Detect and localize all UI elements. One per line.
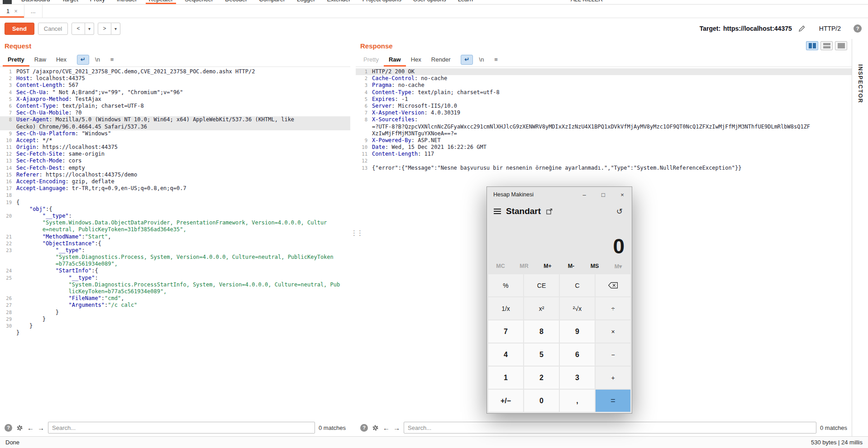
request-search-input[interactable]	[48, 422, 315, 434]
search-prev-icon[interactable]: ←	[383, 424, 390, 432]
history-forward-button[interactable]: >	[98, 23, 111, 35]
calc-button-digit-6[interactable]: 6	[560, 343, 595, 366]
calc-button-digit-5[interactable]: 5	[524, 343, 559, 366]
layout-rows-icon[interactable]	[820, 41, 833, 50]
editor-line: 5X-Ajaxpro-Method: TestAjax	[0, 96, 350, 103]
newline-toggle-icon[interactable]: \n	[475, 55, 487, 65]
panel-splitter[interactable]: ⋮⋮	[350, 39, 356, 436]
menu-item-logger[interactable]: Logger	[291, 0, 321, 4]
help-icon[interactable]: ?	[854, 24, 862, 33]
wrap-lines-icon[interactable]: ↵	[77, 55, 89, 65]
memory-button-ms[interactable]: MS	[583, 263, 606, 269]
history-forward-group: > ▾	[98, 23, 120, 35]
close-tab-icon[interactable]: ×	[14, 8, 18, 14]
newline-toggle-icon[interactable]: \n	[91, 55, 104, 65]
menu-item-repeater[interactable]: Repeater	[143, 0, 179, 4]
search-next-icon[interactable]: →	[38, 424, 44, 432]
search-help-icon[interactable]: ?	[5, 424, 12, 432]
calc-button-square[interactable]: x²	[524, 297, 559, 319]
history-back-button[interactable]: <	[72, 23, 85, 35]
calc-button-negate[interactable]: +/−	[488, 390, 523, 412]
history-back-dropdown[interactable]: ▾	[85, 23, 94, 35]
calc-button-clear[interactable]: C	[560, 274, 595, 296]
menu-item-comparer[interactable]: Comparer	[253, 0, 291, 4]
menu-item-learn[interactable]: Learn	[452, 0, 479, 4]
response-search-input[interactable]	[404, 422, 816, 434]
menu-item-proxy[interactable]: Proxy	[84, 0, 111, 4]
editor-menu-icon[interactable]: ≡	[490, 55, 502, 65]
editor-line: 24 "StartInfo":{	[0, 267, 350, 274]
minimize-button[interactable]: –	[575, 187, 594, 202]
edit-target-icon[interactable]	[798, 25, 806, 32]
menu-item-target[interactable]: Target	[56, 0, 84, 4]
menu-item-decoder[interactable]: Decoder	[219, 0, 253, 4]
layout-single-icon[interactable]	[835, 41, 847, 50]
memory-button-mc[interactable]: MC	[489, 263, 512, 269]
tab-render[interactable]: Render	[426, 52, 456, 67]
memory-button-m[interactable]: M▾	[606, 263, 630, 270]
calc-button-digit-8[interactable]: 8	[524, 320, 559, 343]
calc-button-reciprocal[interactable]: 1/x	[488, 297, 523, 319]
calc-button-clear-entry[interactable]: CE	[524, 274, 559, 296]
calc-button-subtract[interactable]: −	[596, 343, 630, 366]
calc-button-digit-1[interactable]: 1	[488, 367, 523, 389]
menu-item-dashboard[interactable]: Dashboard	[15, 0, 56, 4]
calc-button-digit-4[interactable]: 4	[488, 343, 523, 366]
calc-button-multiply[interactable]: ×	[596, 320, 630, 343]
search-next-icon[interactable]: →	[393, 424, 400, 432]
memory-button-mplus[interactable]: M+	[536, 263, 559, 269]
search-help-icon[interactable]: ?	[360, 424, 368, 432]
calculator-titlebar[interactable]: Hesap Makinesi – □ ×	[487, 187, 632, 202]
history-icon[interactable]: ↺	[616, 207, 623, 216]
maximize-button[interactable]: □	[594, 187, 613, 202]
request-editor[interactable]: 1POST /ajaxpro/CVE_2021_23758_POC.demo,C…	[0, 67, 350, 419]
calc-button-digit-9[interactable]: 9	[560, 320, 595, 343]
calc-button-square-root[interactable]: ²√x	[560, 297, 595, 319]
repeater-tab-1[interactable]: 1 ×	[0, 5, 24, 18]
calc-button-digit-2[interactable]: 2	[524, 367, 559, 389]
wrap-lines-icon[interactable]: ↵	[461, 55, 473, 65]
calc-button-decimal[interactable]: ,	[560, 390, 595, 412]
menu-item-all-killer[interactable]: ALL KILLER	[565, 0, 609, 4]
close-button[interactable]: ×	[613, 187, 632, 202]
editor-menu-icon[interactable]: ≡	[106, 55, 118, 65]
inspector-panel[interactable]: INSPECTOR	[852, 39, 868, 436]
calc-button-percent[interactable]: %	[488, 274, 523, 296]
search-settings-icon[interactable]	[16, 424, 24, 432]
keep-on-top-icon[interactable]	[546, 208, 553, 214]
memory-row: MCMRM+M-MSM▾	[487, 259, 632, 273]
tab-hex[interactable]: Hex	[406, 52, 426, 67]
editor-line: 9Sec-Ch-Ua-Platform: "Windows"	[0, 130, 350, 137]
tab-pretty[interactable]: Pretty	[358, 52, 384, 67]
memory-button-mr[interactable]: MR	[512, 263, 536, 269]
editor-line: 10Accept: */*	[0, 137, 350, 144]
layout-columns-icon[interactable]	[806, 41, 818, 50]
splitter-handle-icon: ⋮⋮	[351, 229, 362, 237]
menu-item-extender[interactable]: Extender	[321, 0, 357, 4]
history-forward-dropdown[interactable]: ▾	[111, 23, 120, 35]
calc-button-equals[interactable]: =	[596, 390, 630, 412]
tab-raw[interactable]: Raw	[29, 52, 51, 67]
repeater-toolbar: Send Cancel < ▾ > ▾ Target: https://loca…	[0, 18, 868, 39]
search-prev-icon[interactable]: ←	[27, 424, 34, 432]
calc-button-backspace[interactable]	[596, 274, 630, 296]
tab-raw[interactable]: Raw	[384, 52, 406, 67]
memory-button-mminus[interactable]: M-	[559, 263, 583, 269]
cancel-button[interactable]: Cancel	[38, 23, 68, 35]
calc-button-divide[interactable]: ÷	[596, 297, 630, 319]
calc-button-add[interactable]: +	[596, 367, 630, 389]
tab-hex[interactable]: Hex	[51, 52, 72, 67]
hamburger-menu-icon[interactable]	[491, 205, 504, 218]
calc-button-digit-7[interactable]: 7	[488, 320, 523, 343]
menu-item-project-options[interactable]: Project options	[357, 0, 407, 4]
tab-pretty[interactable]: Pretty	[3, 52, 29, 67]
calc-button-digit-3[interactable]: 3	[560, 367, 595, 389]
menu-item-sequencer[interactable]: Sequencer	[179, 0, 219, 4]
send-button[interactable]: Send	[5, 23, 34, 35]
editor-line: 27 "Arguments":"/c calc"	[0, 302, 350, 309]
more-tabs-button[interactable]: ...	[24, 5, 43, 18]
search-settings-icon[interactable]	[372, 424, 379, 432]
menu-item-intruder[interactable]: Intruder	[111, 0, 143, 4]
menu-item-user-options[interactable]: User options	[407, 0, 452, 4]
calc-button-digit-0[interactable]: 0	[524, 390, 559, 412]
